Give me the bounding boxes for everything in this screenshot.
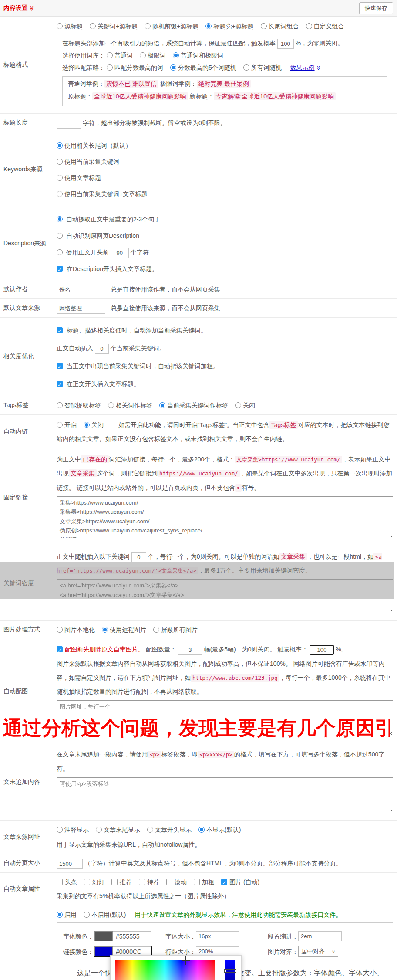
keywords-source-radio-group-option-2[interactable]: 使用文章标题 [57,172,393,184]
tags-radio-group-option-1[interactable]: 相关词作标签 [108,399,152,411]
radio-icon[interactable] [84,422,90,428]
desc-insert-title-checkbox[interactable]: 在Description开头插入文章标题。 [57,263,393,275]
font-color-input[interactable] [113,931,151,941]
radio-icon[interactable] [57,23,63,29]
attributes-check-group-option-4[interactable]: 滚动 [166,876,187,888]
image-align-select[interactable]: 居中对齐 ∨ [298,946,338,957]
tags-radio-group-option-0[interactable]: 智能提取标签 [57,399,101,411]
strategy-radio-group-option-2[interactable]: 所有词随机 [243,61,282,74]
radio-icon[interactable] [170,64,176,71]
demo-chevron-icon[interactable]: ≫ [313,65,323,71]
image-count-input[interactable] [178,645,202,655]
font-size-input[interactable] [196,931,239,941]
autolink-radio-group-option-1[interactable]: 关闭 [84,418,104,432]
radio-icon[interactable] [107,64,113,71]
title-format-radio-group-option-3[interactable]: 标题党+源标题 [205,20,253,32]
radio-icon[interactable] [57,912,63,918]
font-color-control[interactable] [94,930,152,942]
radio-icon[interactable] [145,23,151,29]
checkbox-icon[interactable] [84,879,90,885]
attributes-check-group-option-1[interactable]: 幻灯 [84,876,104,888]
image-mode-radio-group-option-1[interactable]: 使用远程图片 [102,624,146,636]
attributes-check-group-option-0[interactable]: 头条 [57,876,77,888]
source-url-radio-group-option-0[interactable]: 注释显示 [57,824,89,836]
radio-icon[interactable] [57,627,63,633]
title-format-radio-group-option-5[interactable]: 自定义组合 [306,20,344,32]
radio-icon[interactable] [243,64,249,71]
source-url-radio-group-option-2[interactable]: 文章开头显示 [147,824,192,836]
dict-radio-group-option-1[interactable]: 极限词 [140,49,166,61]
relevance-checkbox-3[interactable]: 在正文开头插入文章标题。 [57,378,393,390]
radio-icon[interactable] [90,23,96,29]
typography-radio-group-option-1[interactable]: 不启用(默认) [84,909,126,921]
checkbox-icon[interactable] [57,266,63,272]
append-content-textarea[interactable] [57,777,393,812]
image-mode-radio-group-option-0[interactable]: 图片本地化 [57,624,95,636]
attributes-check-group-option-2[interactable]: 推荐 [111,876,132,888]
relevance-checkbox-1[interactable]: 标题、描述相关度低时，自动添加当前采集关键词。 [57,324,393,336]
radio-icon[interactable] [108,402,114,408]
radio-icon[interactable] [57,402,63,408]
keywords-source-radio-group-option-0[interactable]: 使用相关长尾词（默认） [57,139,393,152]
radio-icon[interactable] [306,23,312,29]
keyword-density-textarea[interactable]: <a href='https://www.ucaiyun.com/'>采集器</… [57,579,393,612]
radio-icon[interactable] [57,175,63,181]
radio-icon[interactable] [84,912,90,918]
saturation-field[interactable] [115,960,215,980]
quick-save-button[interactable]: 快速保存 [359,2,393,14]
indent-input[interactable] [298,931,342,941]
default-source-input[interactable] [57,304,105,314]
checkbox-icon[interactable] [57,646,63,652]
radio-icon[interactable] [107,52,113,58]
radio-icon[interactable] [140,52,146,58]
pagination-size-input[interactable] [57,859,83,869]
keywords-source-radio-group-option-1[interactable]: 使用当前采集关键词 [57,156,393,168]
desc-first-chars-input[interactable] [111,248,129,258]
checkbox-icon[interactable] [57,327,63,333]
slider-handle[interactable] [224,969,236,973]
strategy-radio-group-option-1[interactable]: 分数最高的5个词随机 [170,61,236,74]
attributes-check-group-option-6[interactable]: 图片 (自动) [221,876,259,888]
radio-icon[interactable] [57,191,63,197]
relevance-checkbox-2[interactable]: 当正文中出现当前采集关键词时，自动把该关键词加粗。 [57,360,393,372]
relevance-insert-count-input[interactable] [95,344,109,354]
radio-icon[interactable] [57,142,63,149]
picker-cursor[interactable] [182,956,190,965]
typography-radio-group-option-0[interactable]: 启用 [57,909,77,921]
checkbox-icon[interactable] [57,381,63,387]
title-length-input[interactable] [57,119,81,129]
font-color-swatch[interactable] [94,931,113,941]
radio-icon[interactable] [205,23,212,29]
strategy-radio-group-option-0[interactable]: 匹配分数最高的词 [107,61,163,74]
radio-icon[interactable] [159,402,165,408]
image-trigger-probability-input[interactable] [310,645,334,655]
radio-icon[interactable] [57,827,63,833]
dict-radio-group-option-0[interactable]: 普通词 [107,49,133,61]
autolink-radio-group-option-0[interactable]: 开启 [57,418,77,432]
checkbox-icon[interactable] [139,879,145,885]
radio-icon[interactable] [261,23,267,29]
checkbox-icon[interactable] [57,363,63,369]
radio-icon[interactable] [57,216,63,222]
fixed-links-textarea[interactable]: 采集>https://www.ucaiyun.com/ 采集器>https://… [57,496,393,538]
radio-icon[interactable] [153,627,159,633]
tags-radio-group-option-3[interactable]: 关闭 [235,399,255,411]
source-url-radio-group-option-1[interactable]: 文章末尾显示 [96,824,140,836]
desc-option-1[interactable]: 自动提取正文中最重要的2-3个句子 [57,213,393,225]
keywords-source-radio-group-option-3[interactable]: 使用当前采集关键词+文章标题 [57,188,393,200]
radio-icon[interactable] [57,249,63,255]
desc-option-2[interactable]: 自动识别原网页Description [57,230,393,242]
radio-icon[interactable] [173,52,179,58]
radio-icon[interactable] [57,233,63,239]
checkbox-icon[interactable] [111,879,118,885]
effect-demo-link[interactable]: 效果示例 [290,64,315,71]
attributes-check-group-option-5[interactable]: 加粗 [194,876,214,888]
checkbox-icon[interactable] [166,879,172,885]
radio-icon[interactable] [57,422,63,428]
title-trigger-probability-input[interactable] [277,39,294,49]
default-author-input[interactable] [57,285,105,295]
radio-icon[interactable] [57,159,63,165]
image-mode-radio-group-option-2[interactable]: 屏蔽所有图片 [153,624,198,636]
checkbox-icon[interactable] [57,879,63,885]
collapse-chevron-icon[interactable]: ≫ [29,5,35,11]
